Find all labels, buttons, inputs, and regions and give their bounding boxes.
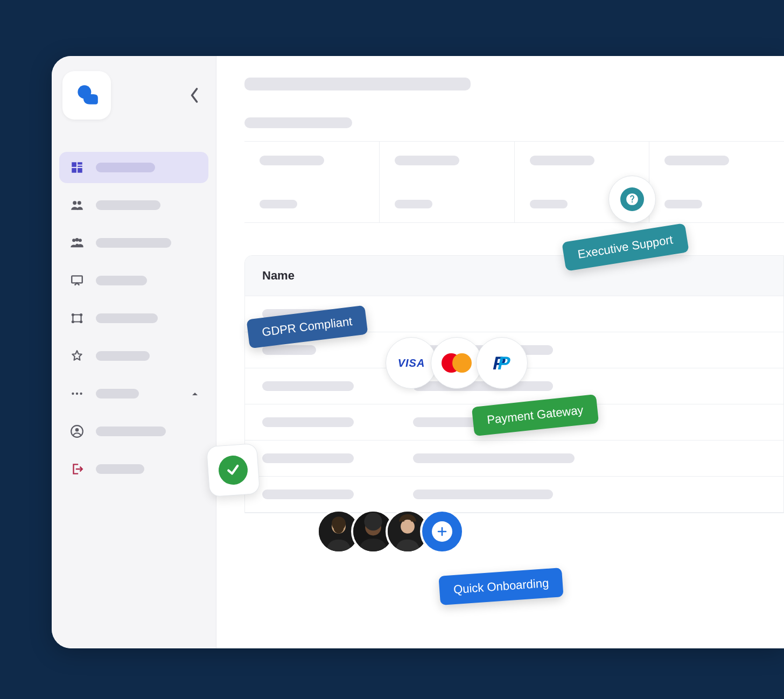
nav-label-placeholder <box>96 351 150 361</box>
stat-value-placeholder <box>260 200 297 208</box>
plus-icon <box>432 521 452 542</box>
nav-label-placeholder <box>96 200 160 210</box>
check-circle-icon <box>218 455 249 486</box>
svg-rect-1 <box>72 162 76 167</box>
svg-point-14 <box>72 320 74 323</box>
table-row[interactable] <box>245 477 783 513</box>
cell-placeholder <box>262 417 354 427</box>
star-icon <box>69 348 85 364</box>
svg-point-6 <box>73 201 76 205</box>
sidebar-header <box>59 71 208 126</box>
people-icon <box>69 197 85 213</box>
badge-payment-label: Payment Gateway <box>486 403 584 427</box>
table-header: Name <box>245 256 783 296</box>
svg-point-9 <box>75 238 79 242</box>
sidebar-item-more[interactable] <box>59 378 208 409</box>
stat-value-placeholder <box>395 200 432 208</box>
svg-rect-3 <box>78 166 82 167</box>
cell-placeholder <box>262 381 354 391</box>
svg-point-18 <box>80 393 82 395</box>
group-icon <box>69 235 85 251</box>
nav-label-placeholder <box>96 427 166 436</box>
sidebar-item-dashboard[interactable] <box>59 152 208 183</box>
stat-value-placeholder <box>664 200 702 208</box>
svg-point-7 <box>78 201 81 205</box>
caret-up-icon <box>191 389 199 399</box>
stat-label-placeholder <box>530 156 594 165</box>
svg-point-10 <box>79 239 82 242</box>
account-icon <box>69 423 85 439</box>
svg-point-25 <box>364 513 382 530</box>
nav-label-placeholder <box>96 389 139 399</box>
svg-point-16 <box>72 393 74 395</box>
sidebar-item-groups[interactable] <box>59 227 208 258</box>
badge-gdpr-label: GDPR Compliant <box>261 314 353 339</box>
stat-card[interactable] <box>649 142 784 222</box>
svg-point-12 <box>72 313 74 316</box>
payment-mastercard <box>431 337 482 389</box>
stat-label-placeholder <box>664 156 729 165</box>
svg-point-13 <box>80 313 82 316</box>
page-title-placeholder <box>244 78 471 90</box>
paypal-icon: PP <box>493 353 510 374</box>
stat-label-placeholder <box>260 156 324 165</box>
more-icon <box>69 386 85 402</box>
logout-icon <box>69 461 85 477</box>
svg-rect-2 <box>78 162 82 164</box>
svg-point-15 <box>80 320 82 323</box>
sidebar-nav <box>59 152 208 485</box>
sidebar-item-favorites[interactable] <box>59 340 208 372</box>
presentation-icon <box>69 272 85 289</box>
sidebar-collapse-button[interactable] <box>184 85 205 106</box>
payment-visa: VISA <box>386 337 437 389</box>
cell-placeholder <box>262 345 316 355</box>
stat-card[interactable] <box>380 142 515 222</box>
nav-label-placeholder <box>96 464 144 474</box>
table-row[interactable] <box>245 441 783 477</box>
sidebar-item-presentation[interactable] <box>59 265 208 296</box>
cell-placeholder <box>262 490 354 499</box>
sidebar-item-network[interactable] <box>59 303 208 334</box>
sidebar-item-account[interactable] <box>59 416 208 447</box>
avatar-group <box>317 509 464 554</box>
dashboard-icon <box>69 159 85 176</box>
network-icon <box>69 310 85 326</box>
cell-placeholder <box>262 453 354 463</box>
badge-onboarding-label: Quick Onboarding <box>453 576 549 596</box>
payment-paypal: PP <box>476 337 528 389</box>
sidebar <box>52 56 216 648</box>
add-user-button[interactable] <box>420 509 464 554</box>
cell-placeholder <box>413 453 575 463</box>
payment-methods-row: VISA PP <box>386 337 528 389</box>
cell-placeholder <box>413 490 553 499</box>
question-icon <box>620 187 644 211</box>
column-header-name[interactable]: Name <box>262 269 295 282</box>
stat-label-placeholder <box>395 156 459 165</box>
stat-card[interactable] <box>244 142 380 222</box>
mastercard-icon <box>442 353 472 373</box>
stat-value-placeholder <box>530 200 568 208</box>
svg-rect-4 <box>72 168 76 173</box>
help-bubble[interactable] <box>608 176 656 223</box>
stats-cards-row <box>244 141 784 223</box>
nav-label-placeholder <box>96 313 158 323</box>
chat-bubbles-icon <box>73 82 100 109</box>
sidebar-item-people[interactable] <box>59 190 208 221</box>
nav-label-placeholder <box>96 276 147 285</box>
svg-point-27 <box>401 520 415 534</box>
svg-point-17 <box>76 393 78 395</box>
nav-label-placeholder <box>96 163 155 172</box>
svg-rect-11 <box>72 276 82 283</box>
svg-point-20 <box>75 428 79 432</box>
visa-icon: VISA <box>398 357 425 369</box>
svg-rect-5 <box>78 168 82 173</box>
sidebar-item-logout[interactable] <box>59 453 208 485</box>
check-card <box>206 443 260 497</box>
section-label-placeholder <box>244 117 352 128</box>
chevron-left-icon <box>189 87 200 103</box>
app-logo[interactable] <box>62 71 111 120</box>
svg-point-8 <box>72 239 75 242</box>
nav-label-placeholder <box>96 238 171 248</box>
